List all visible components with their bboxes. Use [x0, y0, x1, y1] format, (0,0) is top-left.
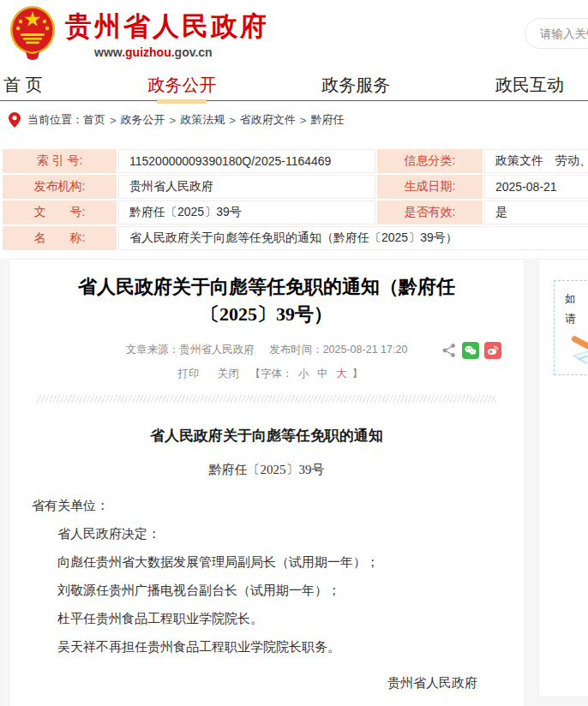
validity-value: 是 — [484, 200, 588, 224]
paragraph: 杜平任贵州食品工程职业学院院长。 — [32, 610, 501, 628]
article-card: 省人民政府关于向彪等任免职的通知（黔府任〔2025〕39号） 文章来源：贵州省人… — [9, 259, 525, 706]
table-row: 发布机构: 贵州省人民政府 生成日期: 2025-08-21 — [3, 175, 588, 199]
nav-item-label: 首 页 — [3, 75, 43, 94]
validity-label: 是否有效: — [377, 200, 483, 224]
index-number-label: 索 引 号: — [3, 149, 117, 173]
document-body: 省有关单位： 省人民政府决定： 向彪任贵州省大数据发展管理局副局长（试用期一年）… — [32, 497, 501, 656]
breadcrumb: 当前位置： 首页 > 政务公开 > 政策法规 > 省政府文件 > 黔府任 — [0, 101, 588, 139]
document-number: 黔府任〔2025〕39号 — [32, 462, 501, 478]
nav-item-label: 政务公开 — [147, 75, 216, 94]
nav-item-public-interaction[interactable]: 政民互动 — [495, 69, 564, 101]
survey-banner[interactable]: 如 您 请 点 — [554, 280, 588, 375]
info-category-value: 政策文件 劳动、人事 — [484, 149, 588, 173]
font-large-button[interactable]: 大 — [336, 368, 347, 380]
source-value: 贵州省人民政府 — [179, 344, 255, 356]
wechat-share-icon[interactable] — [462, 342, 479, 359]
survey-line: 请 点 — [565, 309, 588, 329]
site-logo: 贵州省人民政府 www.guizhou.gov.cn — [9, 4, 269, 61]
breadcrumb-item-provincial-docs[interactable]: 省政府文件 — [240, 112, 296, 128]
nav-item-label: 政务服务 — [321, 75, 390, 94]
survey-text: 如 您 请 点 — [565, 290, 588, 328]
share-icon[interactable] — [441, 343, 457, 358]
close-button[interactable]: 关闭 — [218, 368, 239, 380]
article-meta: 文章来源：贵州省人民政府 发布时间：2025-08-21 17:20 — [32, 343, 501, 357]
nav-item-home[interactable]: 首 页 — [3, 69, 43, 101]
site-title: 贵州省人民政府 — [65, 13, 269, 39]
national-emblem-icon — [9, 4, 57, 61]
site-url: www.guizhou.gov.cn — [94, 45, 269, 59]
breadcrumb-separator: > — [300, 114, 307, 127]
paragraph: 向彪任贵州省大数据发展管理局副局长（试用期一年）； — [32, 553, 501, 571]
breadcrumb-item-qianfuren[interactable]: 黔府任 — [310, 112, 344, 128]
font-small-button[interactable]: 小 — [298, 368, 309, 380]
site-header: 贵州省人民政府 www.guizhou.gov.cn — [0, 0, 588, 69]
signature: 贵州省人民政府 — [32, 675, 501, 691]
breadcrumb-separator: > — [170, 114, 177, 127]
source-label: 文章来源： — [126, 344, 180, 356]
document-info-table: 索 引 号: 11520000009390180Q/2025-1164469 信… — [1, 147, 588, 252]
font-size-label: 【字体： — [250, 368, 293, 380]
main-nav: 首 页 政务公开 政务服务 政民互动 — [0, 69, 588, 101]
doc-number-value: 黔府任〔2025〕39号 — [118, 200, 375, 224]
site-url-www: www. — [94, 45, 125, 59]
issue-date-value: 2025-08-21 — [484, 175, 588, 199]
publish-time-label: 发布时间： — [269, 344, 323, 356]
info-category-label: 信息分类: — [377, 149, 483, 173]
main-content: 省人民政府关于向彪等任免职的通知（黔府任〔2025〕39号） 文章来源：贵州省人… — [0, 259, 588, 706]
pencil-paper-illustration — [567, 330, 588, 364]
survey-line: 如 您 — [565, 290, 588, 309]
font-size-label-end: 】 — [352, 368, 363, 380]
breadcrumb-item-policies[interactable]: 政策法规 — [180, 112, 225, 128]
issuing-agency-label: 发布机构: — [3, 175, 117, 199]
paragraph: 省有关单位： — [32, 497, 501, 515]
paragraph: 刘敬源任贵州广播电视台副台长（试用期一年）； — [32, 582, 501, 600]
paragraph: 省人民政府决定： — [32, 525, 501, 543]
table-row: 名 称: 省人民政府关于向彪等任免职的通知（黔府任〔2025〕39号） — [3, 226, 588, 250]
site-url-domain: guizhou — [125, 45, 171, 59]
doc-number-label: 文 号: — [3, 200, 117, 224]
share-bar — [441, 342, 501, 359]
location-pin-icon — [9, 112, 21, 128]
document-heading: 省人民政府关于向彪等任免职的通知 — [32, 426, 501, 446]
nav-item-gov-services[interactable]: 政务服务 — [321, 69, 390, 101]
table-row: 文 号: 黔府任〔2025〕39号 是否有效: 是 — [3, 200, 588, 224]
weibo-share-icon[interactable] — [484, 342, 501, 359]
paragraph: 吴天祥不再担任贵州食品工程职业学院院长职务。 — [32, 638, 501, 656]
site-url-suffix: .gov.cn — [171, 45, 213, 59]
nav-active-underline — [157, 99, 207, 104]
article-toolbar: 打印 关闭 【字体： 小 中 大 】 — [32, 367, 501, 381]
print-button[interactable]: 打印 — [178, 368, 200, 380]
doc-title-label: 名 称: — [3, 226, 117, 250]
nav-item-gov-openness[interactable]: 政务公开 — [147, 69, 216, 101]
sidebar-card: 如 您 请 点 — [538, 259, 588, 697]
breadcrumb-item-home[interactable]: 首页 — [83, 112, 105, 128]
doc-title-value: 省人民政府关于向彪等任免职的通知（黔府任〔2025〕39号） — [118, 226, 588, 250]
breadcrumb-separator: > — [110, 114, 117, 127]
document-info-table-wrap: 索 引 号: 11520000009390180Q/2025-1164469 信… — [0, 139, 588, 259]
section-divider — [37, 395, 496, 403]
breadcrumb-item-gov-openness[interactable]: 政务公开 — [121, 112, 165, 128]
font-medium-button[interactable]: 中 — [317, 368, 328, 380]
issue-date-label: 生成日期: — [377, 175, 483, 199]
page-title: 省人民政府关于向彪等任免职的通知（黔府任〔2025〕39号） — [44, 273, 489, 328]
breadcrumb-label: 当前位置： — [27, 112, 83, 128]
breadcrumb-separator: > — [229, 114, 236, 127]
search-input[interactable] — [525, 18, 588, 49]
index-number-value: 11520000009390180Q/2025-1164469 — [118, 149, 375, 173]
publish-time-value: 2025-08-21 17:20 — [323, 344, 408, 356]
table-row: 索 引 号: 11520000009390180Q/2025-1164469 信… — [3, 149, 588, 173]
issuing-agency-value: 贵州省人民政府 — [118, 175, 375, 199]
nav-item-label: 政民互动 — [495, 75, 564, 94]
